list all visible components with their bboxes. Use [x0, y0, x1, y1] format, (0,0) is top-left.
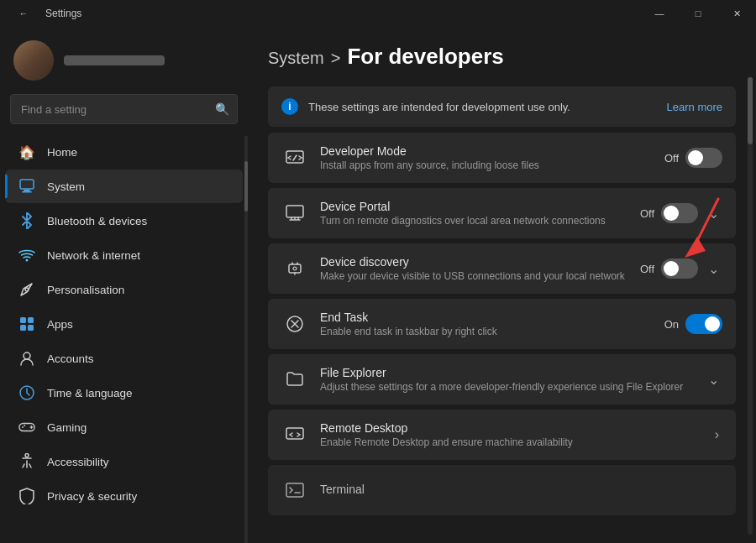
device-portal-toggle[interactable] — [661, 203, 698, 223]
sidebar-item-system[interactable]: System — [5, 170, 243, 203]
file-explorer-chevron[interactable]: ⌄ — [705, 368, 722, 391]
sidebar-item-label: Privacy & security — [47, 490, 137, 503]
remote-desktop-title: Remote Desktop — [320, 421, 700, 435]
sidebar-item-home[interactable]: 🏠 Home — [5, 135, 243, 169]
app-body: 🔍 🏠 Home System — [0, 27, 756, 543]
time-icon — [18, 384, 35, 401]
svg-rect-7 — [20, 325, 26, 331]
page-title: For developers — [347, 44, 503, 70]
sidebar-item-label: Network & internet — [47, 249, 140, 262]
file-explorer-desc: Adjust these settings for a more develop… — [320, 381, 693, 393]
remote-desktop-icon — [281, 421, 308, 448]
developer-mode-toggle-label: Off — [664, 152, 679, 164]
nav-items: 🏠 Home System — [0, 131, 248, 543]
toggle-thumb — [705, 316, 720, 332]
developer-mode-control: Off — [664, 148, 722, 168]
sidebar-item-privacy[interactable]: Privacy & security — [5, 479, 243, 513]
minimize-button[interactable]: — — [640, 0, 679, 27]
sidebar-item-label: Home — [47, 146, 77, 159]
network-icon — [18, 247, 35, 264]
device-discovery-icon — [281, 255, 308, 282]
remote-desktop-info: Remote Desktop Enable Remote Desktop and… — [320, 421, 700, 448]
end-task-toggle-label: On — [664, 318, 679, 331]
device-discovery-toggle[interactable] — [661, 258, 698, 279]
developer-mode-icon — [281, 144, 308, 171]
svg-rect-5 — [20, 317, 26, 323]
sidebar-item-bluetooth[interactable]: Bluetooth & devices — [5, 204, 243, 238]
svg-point-20 — [293, 267, 297, 270]
info-text: These settings are intended for developm… — [308, 101, 657, 113]
sidebar-item-accounts[interactable]: Accounts — [5, 342, 243, 375]
device-portal-chevron[interactable]: ⌄ — [705, 202, 722, 225]
privacy-icon — [18, 488, 35, 504]
terminal-title: Terminal — [320, 483, 711, 496]
sidebar-item-accessibility[interactable]: Accessibility — [5, 445, 243, 478]
developer-mode-row: Developer Mode Install apps from any sou… — [268, 133, 736, 183]
gaming-icon — [18, 419, 35, 436]
svg-point-15 — [24, 425, 25, 426]
sidebar-item-time[interactable]: Time & language — [5, 376, 243, 410]
back-button[interactable]: ← — [10, 0, 37, 27]
end-task-title: End Task — [320, 311, 653, 324]
device-discovery-desc: Make your device visible to USB connecti… — [320, 270, 628, 282]
file-explorer-row: File Explorer Adjust these settings for … — [268, 354, 736, 405]
apps-icon — [18, 316, 35, 332]
sidebar-item-label: Gaming — [47, 421, 87, 434]
svg-rect-6 — [28, 317, 34, 323]
system-icon — [18, 178, 35, 195]
developer-mode-title: Developer Mode — [320, 144, 653, 158]
sidebar-container: 🔍 🏠 Home System — [0, 27, 248, 543]
sidebar-item-network[interactable]: Network & internet — [5, 238, 243, 272]
device-portal-icon — [281, 200, 308, 227]
device-portal-desc: Turn on remote diagnostics over local ar… — [320, 215, 628, 227]
page-header: System > For developers — [268, 44, 736, 70]
svg-rect-0 — [20, 180, 34, 189]
learn-more-link[interactable]: Learn more — [667, 101, 722, 113]
search-icon: 🔍 — [215, 102, 229, 116]
info-icon: i — [281, 98, 298, 115]
info-banner: i These settings are intended for develo… — [268, 86, 736, 127]
window-controls: — □ ✕ — [640, 0, 756, 27]
avatar — [13, 40, 54, 81]
content-scrollbar[interactable] — [748, 77, 753, 535]
close-button[interactable]: ✕ — [717, 0, 756, 27]
sidebar-item-apps[interactable]: Apps — [5, 307, 243, 341]
titlebar-left: ← Settings — [10, 0, 81, 27]
sidebar-item-gaming[interactable]: Gaming — [5, 410, 243, 444]
svg-rect-19 — [289, 264, 301, 273]
svg-rect-22 — [286, 428, 303, 439]
maximize-button[interactable]: □ — [679, 0, 717, 27]
end-task-toggle[interactable] — [685, 314, 722, 334]
sidebar-item-label: Personalisation — [47, 284, 124, 296]
search-input[interactable] — [10, 94, 238, 124]
device-discovery-info: Device discovery Make your device visibl… — [320, 255, 628, 282]
sidebar-item-personalisation[interactable]: Personalisation — [5, 273, 243, 306]
terminal-info: Terminal — [320, 483, 711, 498]
settings-list: i These settings are intended for develo… — [268, 86, 736, 526]
remote-desktop-row: Remote Desktop Enable Remote Desktop and… — [268, 410, 736, 460]
toggle-thumb — [664, 206, 679, 221]
end-task-icon — [281, 311, 308, 337]
accounts-icon — [18, 350, 35, 367]
svg-rect-18 — [286, 206, 303, 217]
svg-point-16 — [25, 454, 29, 457]
main-content: System > For developers i These settings… — [248, 27, 756, 543]
sidebar-item-label: Bluetooth & devices — [47, 215, 147, 227]
device-portal-control: Off ⌄ — [640, 202, 722, 225]
svg-rect-8 — [28, 325, 34, 331]
search-box: 🔍 — [10, 94, 238, 124]
remote-desktop-chevron[interactable]: › — [711, 424, 722, 446]
sidebar-item-label: System — [47, 180, 85, 193]
developer-mode-toggle[interactable] — [685, 148, 722, 168]
svg-point-4 — [25, 288, 29, 291]
breadcrumb-chevron: > — [331, 49, 341, 68]
end-task-info: End Task Enable end task in taskbar by r… — [320, 311, 653, 337]
personalisation-icon — [18, 281, 35, 298]
device-discovery-title: Device discovery — [320, 255, 628, 269]
device-portal-row: Device Portal Turn on remote diagnostics… — [268, 188, 736, 238]
device-discovery-row: Device discovery Make your device visibl… — [268, 243, 736, 294]
file-explorer-title: File Explorer — [320, 366, 693, 379]
remote-desktop-control: › — [711, 424, 722, 446]
sidebar-item-label: Accessibility — [47, 456, 109, 468]
device-discovery-chevron[interactable]: ⌄ — [705, 258, 722, 280]
